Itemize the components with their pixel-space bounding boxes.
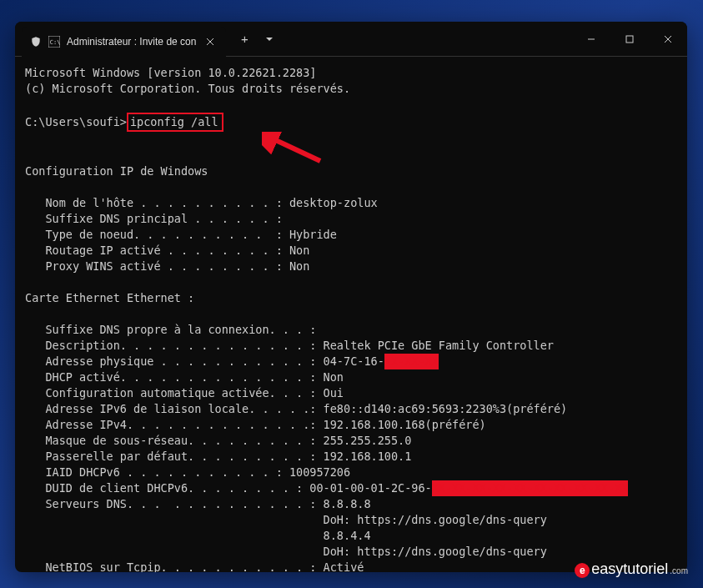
version-line: Microsoft Windows [version 10.0.22621.22… xyxy=(25,66,317,79)
watermark-logo-icon: e xyxy=(575,563,590,578)
eth-dns1: Serveurs DNS. . . . . . . . . . . . . : … xyxy=(25,497,371,510)
eth-duid-prefix: DUID de client DHCPv6. . . . . . . . : 0… xyxy=(25,481,432,495)
eth-doh2: DoH: https://dns.google/dns-query xyxy=(25,545,547,558)
eth-netbios: NetBIOS sur Tcpip. . . . . . . . . . . :… xyxy=(25,560,364,572)
field-wins-proxy: Proxy WINS activé . . . . . . . . : Non xyxy=(25,259,309,273)
svg-text:C:\: C:\ xyxy=(50,38,60,45)
terminal-output[interactable]: Microsoft Windows [version 10.0.22621.22… xyxy=(15,57,687,572)
copyright-line: (c) Microsoft Corporation. Tous droits r… xyxy=(25,82,350,95)
eth-mask: Masque de sous-réseau. . . . . . . . . :… xyxy=(25,434,411,447)
field-dns-suffix: Suffixe DNS principal . . . . . . : xyxy=(25,212,283,225)
field-node-type: Type de noeud. . . . . . . . . . : Hybri… xyxy=(25,228,337,241)
close-button[interactable] xyxy=(649,22,687,57)
eth-description: Description. . . . . . . . . . . . . . :… xyxy=(25,339,554,352)
command-highlight: ipconfig /all xyxy=(127,113,223,132)
prompt: C:\Users\soufi> xyxy=(25,114,127,130)
watermark-text: easytutoriel xyxy=(591,560,668,578)
eth-gateway: Passerelle par défaut. . . . . . . . . :… xyxy=(25,450,411,463)
window-controls xyxy=(572,22,687,57)
eth-mac-prefix: Adresse physique . . . . . . . . . . . :… xyxy=(25,354,384,368)
minimize-button[interactable] xyxy=(572,22,610,57)
cmd-icon: C:\ xyxy=(48,36,60,48)
watermark: e easytutoriel .com xyxy=(575,560,688,578)
svg-rect-2 xyxy=(626,36,633,43)
mac-redacted: XX-XX-XX xyxy=(384,354,439,369)
eth-dns2: 8.8.4.4 xyxy=(25,529,371,542)
tab-close-button[interactable] xyxy=(203,34,218,49)
section-ethernet: Carte Ethernet Ethernet : xyxy=(25,291,194,304)
field-ip-routing: Routage IP activé . . . . . . . . : Non xyxy=(25,244,309,257)
eth-iaid: IAID DHCPv6 . . . . . . . . . . . : 1009… xyxy=(25,465,350,479)
eth-dhcp: DHCP activé. . . . . . . . . . . . . . :… xyxy=(25,370,344,384)
command-text: ipconfig /all xyxy=(130,115,218,128)
watermark-suffix: .com xyxy=(670,566,688,575)
tab-dropdown-button[interactable] xyxy=(259,29,279,49)
eth-autoconf: Configuration automatique activée. . . :… xyxy=(25,386,344,400)
titlebar: C:\ Administrateur : Invite de con + xyxy=(15,22,687,57)
duid-redacted: XX-XX-XX-XX-XX-XX-XX-XX-XX-XX xyxy=(432,480,629,496)
tab-cmd[interactable]: C:\ Administrateur : Invite de con xyxy=(22,27,226,57)
shield-icon xyxy=(30,36,42,48)
eth-doh1: DoH: https://dns.google/dns-query xyxy=(25,513,547,526)
eth-suffix: Suffixe DNS propre à la connexion. . . : xyxy=(25,323,317,336)
field-hostname: Nom de l'hôte . . . . . . . . . . : desk… xyxy=(25,196,378,209)
maximize-button[interactable] xyxy=(610,22,649,57)
section-ipconfig: Configuration IP de Windows xyxy=(25,164,208,178)
eth-ipv6: Adresse IPv6 de liaison locale. . . . .:… xyxy=(25,402,567,415)
tab-title: Administrateur : Invite de con xyxy=(67,36,196,48)
terminal-window: C:\ Administrateur : Invite de con + Mic… xyxy=(15,22,687,572)
new-tab-button[interactable]: + xyxy=(233,28,256,51)
eth-ipv4: Adresse IPv4. . . . . . . . . . . . . .:… xyxy=(25,418,486,431)
